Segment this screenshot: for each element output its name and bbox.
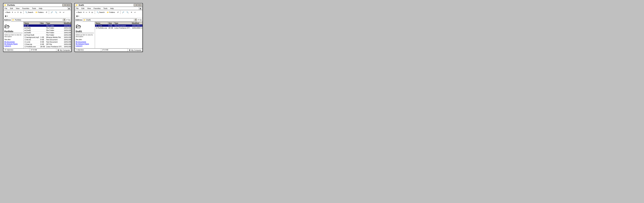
see-also-label-2: See also: (76, 39, 94, 40)
col-size-2[interactable]: Size (108, 22, 114, 25)
sidebar-link-colonel-k[interactable]: Colonel K (4, 45, 22, 47)
file-type: File Folder (46, 32, 63, 34)
table-row[interactable]: 🗋cv.txt0 KBText Document10/01/2003 11:24… (95, 25, 142, 27)
refresh-button-2[interactable]: ↺ (116, 11, 119, 14)
back-button-2[interactable]: ⇦ Back (76, 11, 82, 14)
address-value-2: Draft1 (86, 19, 91, 21)
table-row[interactable]: 🗁Final DraftFile Folder10/01/2003 11:26 … (24, 34, 71, 36)
back-dropdown-icon-2[interactable]: ▼ (83, 12, 84, 13)
menu-view-2[interactable]: View (87, 7, 92, 10)
table-row[interactable]: 🗋background.mp31 KBWinamp Media File10/0… (24, 36, 71, 39)
search-magnify-button[interactable]: 🔎 (50, 11, 54, 14)
menu-help-2[interactable]: Help (110, 7, 114, 10)
file-table-2: Name Size Type Modified 🗋cv.txt0 KBText … (95, 22, 142, 29)
search-icon: 🔍 (25, 11, 28, 13)
maximize-button-2[interactable]: □ (136, 4, 139, 6)
maximize-button[interactable]: □ (65, 4, 68, 6)
file-modified: 10/01/2003 11:26 AM (63, 25, 71, 27)
back-arrow-icon: ⇦ (5, 11, 6, 13)
col-type-2[interactable]: Type (114, 22, 132, 25)
refresh-address-icon[interactable]: ↺ (66, 19, 68, 21)
undo-button-2[interactable]: ↩ (134, 11, 136, 14)
menu-view[interactable]: View (15, 7, 20, 10)
up-button-2[interactable]: 🗂 (90, 11, 94, 14)
address-field-2[interactable]: 📁 Draft1 (83, 19, 134, 21)
sidebar-link-colonel-k-2[interactable]: Colonel K (76, 45, 94, 47)
zoom-out-button-2[interactable]: 🔍 (126, 11, 130, 14)
folders-button[interactable]: 📁 Folders (34, 11, 44, 14)
close-button-2[interactable]: × (139, 4, 142, 6)
file-name: Draft2 (26, 29, 31, 31)
menu-help[interactable]: Help (38, 7, 43, 10)
go-button[interactable]: Go (68, 19, 70, 21)
search-button[interactable]: 🔍 Search (24, 11, 34, 14)
delete-button[interactable]: ✕ (59, 11, 62, 14)
table-row[interactable]: 🗁Draft3File Folder10/01/2003 11:29 AM (24, 32, 71, 34)
address-dropdown-2[interactable]: ▼ (135, 19, 137, 21)
forward-dropdown-icon-2[interactable]: ▼ (88, 12, 90, 13)
file-name: art (26, 25, 29, 27)
delete-button-2[interactable]: ✕ (130, 11, 133, 14)
table-row[interactable]: 🗋Portfolio.exe28 KBLotus Freelance 9 P..… (24, 46, 71, 48)
close-button[interactable]: × (68, 4, 70, 6)
file-size (40, 32, 46, 34)
file-size: 0 KB (40, 43, 46, 46)
minimize-button-2[interactable]: _ (134, 4, 136, 6)
sidebar-link-my-network-places-2[interactable]: My Network Places (76, 43, 94, 45)
forward-button[interactable]: ⇨ (14, 11, 16, 14)
undo-button[interactable]: ↩ (62, 11, 65, 14)
forward-dropdown-icon[interactable]: ▼ (17, 12, 18, 13)
col-modified[interactable]: Modified (63, 22, 71, 25)
menu-file[interactable]: File (4, 7, 8, 10)
table-row[interactable]: 🗁Draft2File Folder10/01/2003 11:29 AM (24, 29, 71, 32)
menu-favorites[interactable]: Favorites (22, 7, 30, 10)
file-modified: 10/01/2003 11:24 AM (63, 39, 71, 41)
menu-tools[interactable]: Tools (32, 7, 36, 10)
col-type[interactable]: Type (46, 22, 63, 25)
folder-icon: 📁 (4, 4, 6, 6)
search-magnify-button-2[interactable]: 🔎 (121, 11, 125, 14)
menu-tools-2[interactable]: Tools (103, 7, 108, 10)
sidebar-link-my-documents[interactable]: My Documents (4, 41, 22, 43)
col-name[interactable]: Name (24, 22, 40, 25)
back-button[interactable]: ⇦ Back (4, 11, 11, 14)
back-dropdown-icon[interactable]: ▼ (12, 12, 13, 13)
menu-favorites-2[interactable]: Favorites (93, 7, 101, 10)
refresh-button[interactable]: ↺ (45, 11, 48, 14)
sidebar-link-my-documents-2[interactable]: My Documents (76, 41, 94, 43)
up-button[interactable]: 🗂 (19, 11, 22, 14)
col-size[interactable]: Size (40, 22, 46, 25)
magnify-icon: 🔎 (51, 11, 53, 13)
search-button-2[interactable]: 🔍 Search (96, 11, 105, 14)
table-row[interactable]: 🗁Draft1File Folder10/01/2003 11:26 AM (24, 27, 71, 29)
sidebar-description-2: Select an item to view its description (76, 34, 94, 38)
go-button-2[interactable]: Go (140, 19, 142, 21)
file-name-cell: 🗁Draft1 (24, 27, 40, 29)
menu-edit-2[interactable]: Edit (81, 7, 85, 10)
views-button[interactable]: ▦ ▼ (4, 15, 9, 18)
address-field[interactable]: 📁 Portfolio (12, 19, 63, 21)
address-dropdown[interactable]: ▼ (63, 19, 66, 21)
minimize-button[interactable]: _ (62, 4, 65, 6)
sidebar-link-my-network-places[interactable]: My Network Places (4, 43, 22, 45)
forward-button-2[interactable]: ⇨ (85, 11, 88, 14)
menu-edit[interactable]: Edit (10, 7, 14, 10)
table-row[interactable]: 🗁artFile Folder10/01/2003 11:26 AM (24, 25, 71, 27)
refresh-address-icon-2[interactable]: ↺ (138, 19, 139, 21)
table-row[interactable]: 🗋Portfolio.exe28 KBLotus Freelance 9 P..… (95, 27, 142, 29)
col-modified-2[interactable]: Modified (132, 22, 142, 25)
col-name-2[interactable]: Name (95, 22, 108, 25)
title-bar-left-2: 📁 Draft1 (76, 4, 84, 6)
table-row[interactable]: 🗋final.zip0 KBZIP File10/01/2003 11:30 A… (24, 43, 71, 46)
table-row[interactable]: 🗋bio.txt0 KBText Document10/01/2003 11:2… (24, 39, 71, 41)
file-icon: 🗁 (24, 27, 26, 29)
zoom-out-button[interactable]: 🔍 (54, 11, 58, 14)
toolbar-2: ⇦ Back ▼ ⇨ ▼ 🗂 🔍 Search 📁 Folders ↺ 🔎 🔍 (75, 10, 142, 18)
address-bar: Address 📁 Portfolio ▼ ↺ Go (4, 18, 71, 22)
views-button-2[interactable]: ▦ ▼ (76, 15, 80, 18)
folders-button-2[interactable]: 📁 Folders (106, 11, 116, 14)
table-row[interactable]: 🗋cv.txt0 KBText Document10/01/2003 11:24… (24, 41, 71, 43)
address-label: Address (4, 19, 11, 21)
search-icon-2: 🔍 (97, 11, 99, 13)
menu-file-2[interactable]: File (76, 7, 79, 10)
